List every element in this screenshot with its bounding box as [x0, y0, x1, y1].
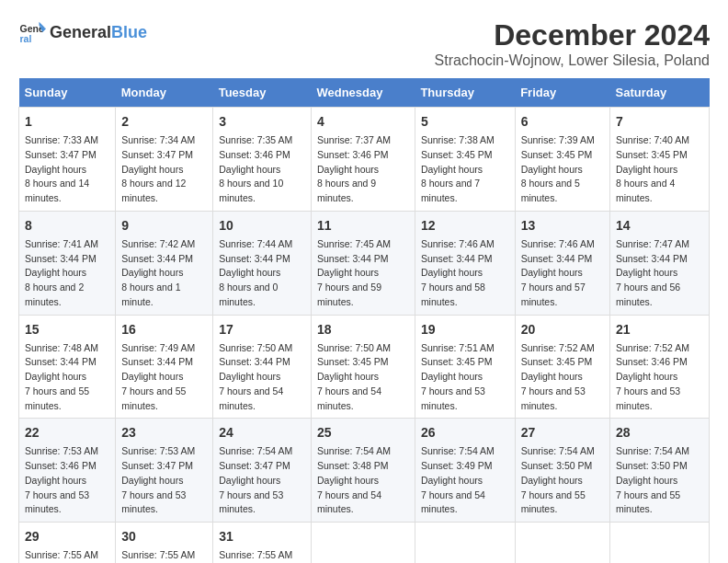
day-info: Sunrise: 7:40 AMSunset: 3:45 PMDaylight … — [616, 133, 703, 206]
day-number: 10 — [219, 216, 305, 236]
calendar-cell: 24Sunrise: 7:54 AMSunset: 3:47 PMDayligh… — [213, 419, 312, 523]
day-number: 9 — [121, 216, 207, 236]
day-info: Sunrise: 7:54 AMSunset: 3:50 PMDaylight … — [616, 444, 703, 517]
page-title: December 2024 — [435, 18, 710, 52]
header: Gene ral GeneralBlue December 2024 Strac… — [18, 18, 710, 69]
day-number: 31 — [219, 527, 305, 546]
day-info: Sunrise: 7:38 AMSunset: 3:45 PMDaylight … — [421, 133, 509, 206]
day-info: Sunrise: 7:41 AMSunset: 3:44 PMDaylight … — [25, 237, 109, 310]
day-info: Sunrise: 7:47 AMSunset: 3:44 PMDaylight … — [616, 237, 703, 310]
calendar-cell — [515, 523, 609, 564]
day-info: Sunrise: 7:49 AMSunset: 3:44 PMDaylight … — [121, 341, 207, 414]
calendar-cell: 21Sunrise: 7:52 AMSunset: 3:46 PMDayligh… — [610, 315, 710, 419]
header-tuesday: Tuesday — [213, 78, 312, 108]
day-number: 17 — [219, 320, 305, 339]
calendar-cell: 19Sunrise: 7:51 AMSunset: 3:45 PMDayligh… — [415, 315, 515, 419]
logo-general-text: General — [50, 23, 111, 42]
calendar-cell: 4Sunrise: 7:37 AMSunset: 3:46 PMDaylight… — [311, 108, 415, 212]
day-info: Sunrise: 7:45 AMSunset: 3:44 PMDaylight … — [317, 237, 409, 310]
calendar-cell: 26Sunrise: 7:54 AMSunset: 3:49 PMDayligh… — [415, 419, 515, 523]
day-number: 6 — [521, 112, 604, 132]
day-number: 21 — [616, 320, 703, 339]
day-number: 23 — [121, 423, 207, 442]
logo-blue-text: Blue — [111, 23, 147, 42]
calendar-cell: 8Sunrise: 7:41 AMSunset: 3:44 PMDaylight… — [19, 211, 116, 315]
calendar-cell: 5Sunrise: 7:38 AMSunset: 3:45 PMDaylight… — [415, 108, 515, 212]
calendar-cell: 28Sunrise: 7:54 AMSunset: 3:50 PMDayligh… — [610, 419, 710, 523]
day-number: 11 — [317, 216, 409, 236]
calendar-table: SundayMondayTuesdayWednesdayThursdayFrid… — [18, 78, 710, 563]
logo-icon: Gene ral — [18, 18, 46, 46]
calendar-week-row: 29Sunrise: 7:55 AMSunset: 3:51 PMDayligh… — [19, 523, 710, 564]
day-number: 22 — [25, 423, 109, 442]
day-info: Sunrise: 7:55 AMSunset: 3:51 PMDaylight … — [25, 548, 109, 563]
calendar-cell: 16Sunrise: 7:49 AMSunset: 3:44 PMDayligh… — [116, 315, 213, 419]
header-friday: Friday — [515, 78, 609, 108]
calendar-cell: 3Sunrise: 7:35 AMSunset: 3:46 PMDaylight… — [213, 108, 312, 212]
title-section: December 2024 Strachocin-Wojnow, Lower S… — [435, 18, 710, 69]
calendar-cell: 15Sunrise: 7:48 AMSunset: 3:44 PMDayligh… — [19, 315, 116, 419]
day-info: Sunrise: 7:55 AMSunset: 3:53 PMDaylight … — [219, 548, 305, 563]
day-info: Sunrise: 7:53 AMSunset: 3:47 PMDaylight … — [121, 444, 207, 517]
calendar-cell: 12Sunrise: 7:46 AMSunset: 3:44 PMDayligh… — [415, 211, 515, 315]
calendar-cell — [311, 523, 415, 564]
day-number: 16 — [121, 320, 207, 339]
day-info: Sunrise: 7:53 AMSunset: 3:46 PMDaylight … — [25, 444, 109, 517]
day-number: 18 — [317, 320, 409, 339]
day-number: 15 — [25, 320, 109, 339]
svg-text:ral: ral — [20, 33, 32, 44]
day-info: Sunrise: 7:35 AMSunset: 3:46 PMDaylight … — [219, 133, 305, 206]
calendar-cell: 27Sunrise: 7:54 AMSunset: 3:50 PMDayligh… — [515, 419, 609, 523]
calendar-cell: 31Sunrise: 7:55 AMSunset: 3:53 PMDayligh… — [213, 523, 312, 564]
calendar-week-row: 8Sunrise: 7:41 AMSunset: 3:44 PMDaylight… — [19, 211, 710, 315]
day-number: 14 — [616, 216, 703, 236]
day-info: Sunrise: 7:39 AMSunset: 3:45 PMDaylight … — [521, 133, 604, 206]
calendar-cell: 10Sunrise: 7:44 AMSunset: 3:44 PMDayligh… — [213, 211, 312, 315]
day-number: 7 — [616, 112, 703, 132]
day-number: 5 — [421, 112, 509, 132]
day-number: 30 — [121, 527, 207, 546]
day-number: 13 — [521, 216, 604, 236]
day-info: Sunrise: 7:34 AMSunset: 3:47 PMDaylight … — [121, 133, 207, 206]
calendar-cell: 20Sunrise: 7:52 AMSunset: 3:45 PMDayligh… — [515, 315, 609, 419]
calendar-cell: 7Sunrise: 7:40 AMSunset: 3:45 PMDaylight… — [610, 108, 710, 212]
day-number: 8 — [25, 216, 109, 236]
calendar-cell: 13Sunrise: 7:46 AMSunset: 3:44 PMDayligh… — [515, 211, 609, 315]
day-info: Sunrise: 7:46 AMSunset: 3:44 PMDaylight … — [521, 237, 604, 310]
day-info: Sunrise: 7:50 AMSunset: 3:44 PMDaylight … — [219, 341, 305, 414]
day-info: Sunrise: 7:42 AMSunset: 3:44 PMDaylight … — [121, 237, 207, 310]
calendar-week-row: 22Sunrise: 7:53 AMSunset: 3:46 PMDayligh… — [19, 419, 710, 523]
header-saturday: Saturday — [610, 78, 710, 108]
calendar-cell: 30Sunrise: 7:55 AMSunset: 3:52 PMDayligh… — [116, 523, 213, 564]
day-number: 20 — [521, 320, 604, 339]
calendar-cell: 6Sunrise: 7:39 AMSunset: 3:45 PMDaylight… — [515, 108, 609, 212]
calendar-cell: 11Sunrise: 7:45 AMSunset: 3:44 PMDayligh… — [311, 211, 415, 315]
day-info: Sunrise: 7:48 AMSunset: 3:44 PMDaylight … — [25, 341, 109, 414]
calendar-week-row: 1Sunrise: 7:33 AMSunset: 3:47 PMDaylight… — [19, 108, 710, 212]
header-monday: Monday — [116, 78, 213, 108]
calendar-cell: 2Sunrise: 7:34 AMSunset: 3:47 PMDaylight… — [116, 108, 213, 212]
calendar-cell: 1Sunrise: 7:33 AMSunset: 3:47 PMDaylight… — [19, 108, 116, 212]
calendar-cell — [415, 523, 515, 564]
day-info: Sunrise: 7:55 AMSunset: 3:52 PMDaylight … — [121, 548, 207, 563]
calendar-cell: 17Sunrise: 7:50 AMSunset: 3:44 PMDayligh… — [213, 315, 312, 419]
calendar-cell: 23Sunrise: 7:53 AMSunset: 3:47 PMDayligh… — [116, 419, 213, 523]
day-info: Sunrise: 7:51 AMSunset: 3:45 PMDaylight … — [421, 341, 509, 414]
calendar-cell: 22Sunrise: 7:53 AMSunset: 3:46 PMDayligh… — [19, 419, 116, 523]
calendar-cell: 29Sunrise: 7:55 AMSunset: 3:51 PMDayligh… — [19, 523, 116, 564]
day-info: Sunrise: 7:33 AMSunset: 3:47 PMDaylight … — [25, 133, 109, 206]
day-info: Sunrise: 7:54 AMSunset: 3:48 PMDaylight … — [317, 444, 409, 517]
calendar-cell: 9Sunrise: 7:42 AMSunset: 3:44 PMDaylight… — [116, 211, 213, 315]
calendar-cell — [610, 523, 710, 564]
day-info: Sunrise: 7:54 AMSunset: 3:50 PMDaylight … — [521, 444, 604, 517]
day-number: 27 — [521, 423, 604, 442]
day-number: 26 — [421, 423, 509, 442]
calendar-cell: 18Sunrise: 7:50 AMSunset: 3:45 PMDayligh… — [311, 315, 415, 419]
header-sunday: Sunday — [19, 78, 116, 108]
day-number: 12 — [421, 216, 509, 236]
day-info: Sunrise: 7:44 AMSunset: 3:44 PMDaylight … — [219, 237, 305, 310]
calendar-week-row: 15Sunrise: 7:48 AMSunset: 3:44 PMDayligh… — [19, 315, 710, 419]
day-number: 1 — [25, 112, 109, 132]
day-info: Sunrise: 7:54 AMSunset: 3:47 PMDaylight … — [219, 444, 305, 517]
calendar-header-row: SundayMondayTuesdayWednesdayThursdayFrid… — [19, 78, 710, 108]
